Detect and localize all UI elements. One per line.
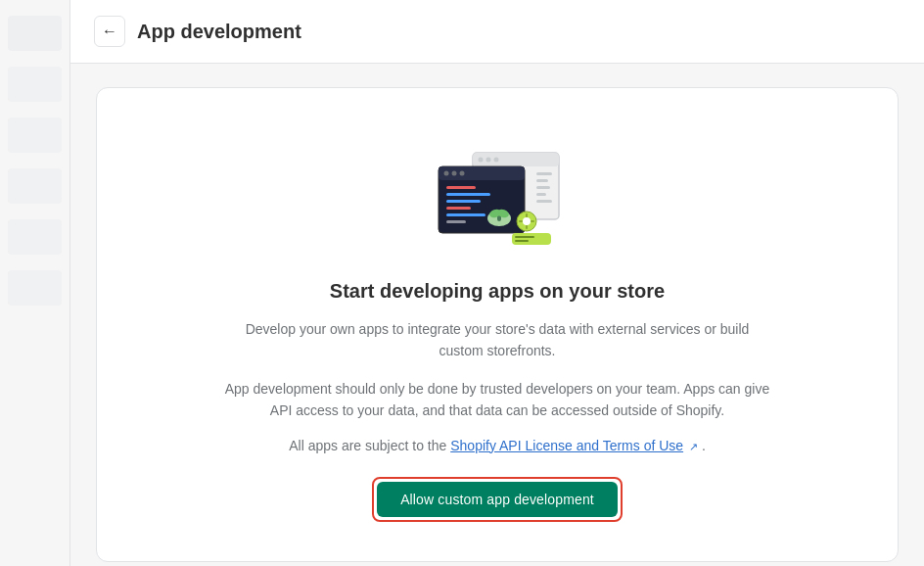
license-suffix: .: [702, 438, 706, 453]
svg-point-3: [486, 158, 491, 163]
svg-rect-30: [531, 220, 534, 222]
svg-point-14: [460, 171, 465, 176]
svg-rect-6: [536, 179, 548, 182]
license-link[interactable]: Shopify API License and Terms of Use: [450, 438, 683, 453]
svg-rect-16: [446, 193, 490, 196]
card-desc1: Develop your own apps to integrate your …: [233, 318, 762, 362]
svg-rect-27: [526, 213, 528, 217]
svg-rect-11: [439, 166, 525, 180]
svg-point-4: [494, 158, 499, 163]
allow-custom-app-button[interactable]: Allow custom app development: [377, 482, 618, 517]
card-heading: Start developing apps on your store: [330, 280, 665, 303]
svg-rect-17: [446, 200, 481, 203]
page-header: ← App development: [70, 0, 924, 64]
sidebar: [0, 0, 70, 566]
app-dev-card: Start developing apps on your store Deve…: [96, 87, 899, 562]
external-link-icon: ↗: [689, 441, 698, 453]
svg-rect-33: [515, 240, 529, 242]
svg-rect-20: [446, 220, 466, 223]
back-button[interactable]: ←: [94, 16, 125, 47]
card-desc2: App development should only be done by t…: [213, 378, 781, 422]
svg-rect-32: [515, 236, 534, 238]
illustration: [419, 135, 576, 253]
svg-point-12: [444, 171, 449, 176]
svg-rect-7: [536, 186, 550, 189]
page-body: Start developing apps on your store Deve…: [70, 64, 924, 566]
svg-rect-8: [536, 193, 546, 196]
main-content: ← App development: [70, 0, 924, 566]
svg-point-2: [479, 158, 484, 163]
license-line: All apps are subject to the Shopify API …: [289, 438, 706, 453]
svg-rect-18: [446, 207, 471, 210]
svg-point-13: [452, 171, 457, 176]
svg-rect-31: [512, 233, 551, 245]
svg-rect-29: [519, 220, 523, 222]
license-prefix: All apps are subject to the: [289, 438, 450, 453]
svg-point-26: [523, 217, 531, 225]
svg-rect-5: [536, 172, 552, 175]
allow-button-wrapper: Allow custom app development: [372, 477, 623, 522]
svg-rect-15: [446, 186, 476, 189]
svg-rect-19: [446, 213, 485, 216]
back-arrow-icon: ←: [102, 23, 117, 40]
svg-rect-9: [536, 200, 552, 203]
page-title: App development: [137, 21, 301, 43]
svg-rect-28: [526, 225, 528, 229]
svg-rect-1: [473, 153, 559, 166]
